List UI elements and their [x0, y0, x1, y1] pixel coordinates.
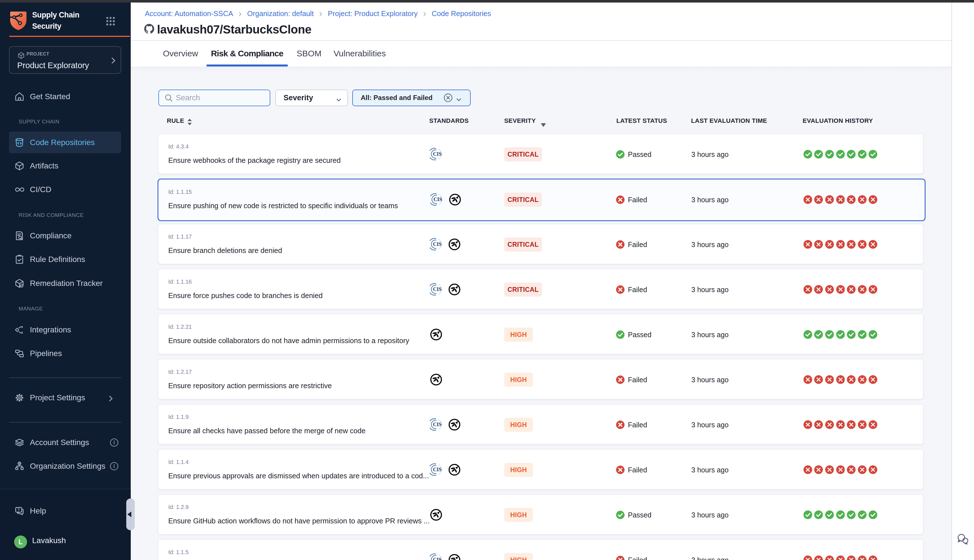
- svg-text:?: ?: [17, 508, 20, 512]
- svg-text:CIS: CIS: [433, 422, 442, 427]
- svg-text:CIS: CIS: [433, 287, 442, 292]
- svg-text:CIS: CIS: [433, 557, 442, 560]
- svg-text:CIS: CIS: [433, 242, 442, 247]
- svg-text:CIS: CIS: [433, 467, 442, 472]
- svg-text:CIS: CIS: [433, 151, 442, 157]
- svg-text:CIS: CIS: [434, 197, 442, 202]
